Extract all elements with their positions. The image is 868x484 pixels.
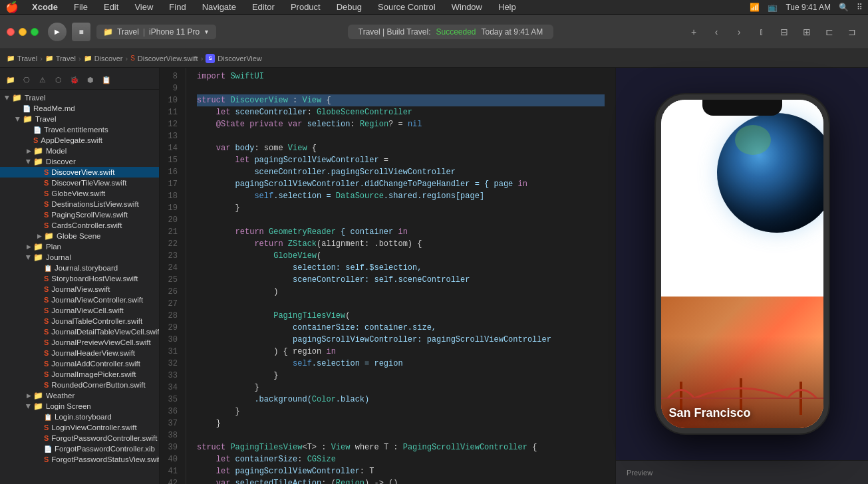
- line-number: 20: [165, 214, 178, 226]
- sidebar-item-label: Weather: [46, 392, 74, 400]
- breadcrumb-item-struct[interactable]: S DiscoverView: [206, 54, 261, 63]
- sidebar-item-discovertileview[interactable]: ▶ S DiscoverTileView.swift: [0, 178, 159, 188]
- sidebar-source-btn[interactable]: ⎔: [20, 73, 33, 86]
- sidebar-item-forgotpwxib[interactable]: ▶ 📄 ForgotPasswordController.xib: [0, 443, 159, 454]
- sidebar-item-plan[interactable]: ▶ 📁 Plan: [0, 241, 159, 252]
- menu-help[interactable]: Help: [496, 2, 519, 12]
- sidebar-item-globescene[interactable]: ▶ 📁 Globe Scene: [0, 231, 159, 241]
- sidebar-item-pagingscroll[interactable]: ▶ S PagingScrollView.swift: [0, 209, 159, 220]
- sidebar-breakpoint-btn[interactable]: ⬢: [84, 73, 97, 86]
- control-strip-icon[interactable]: ⠿: [857, 3, 863, 12]
- menu-source-control[interactable]: Source Control: [375, 2, 438, 12]
- sidebar-debug-btn[interactable]: 🐞: [68, 73, 81, 86]
- sidebar-item-readme[interactable]: ▶ 📄 ReadMe.md: [0, 103, 159, 114]
- menu-debug[interactable]: Debug: [334, 2, 364, 12]
- sidebar-item-storyboardhost[interactable]: ▶ S StoryboardHostView.swift: [0, 273, 159, 284]
- sidebar-item-entitlements[interactable]: ▶ 📄 Travel.entitlements: [0, 124, 159, 135]
- menu-window[interactable]: Window: [449, 2, 485, 12]
- line-number: 38: [165, 429, 178, 441]
- swift-icon: S: [44, 338, 49, 346]
- code-editor[interactable]: 8910111213141516171819202122232425262728…: [160, 68, 615, 484]
- menu-find[interactable]: Find: [166, 2, 188, 12]
- sidebar-item-weather[interactable]: ▶ 📁 Weather: [0, 390, 159, 401]
- sidebar-toggle-button[interactable]: ⊏: [820, 23, 839, 41]
- maximize-button[interactable]: [31, 28, 39, 36]
- menu-editor[interactable]: Editor: [249, 2, 277, 12]
- sidebar-item-cardscontroller[interactable]: ▶ S CardsController.swift: [0, 220, 159, 231]
- sidebar-item-travel-folder[interactable]: ▶ 📁 Travel: [0, 114, 159, 124]
- code-line: let sceneController: GlobeSceneControlle…: [197, 106, 605, 118]
- stop-button[interactable]: ■: [72, 23, 90, 41]
- sidebar-item-root[interactable]: ▶ 📁 Travel: [0, 92, 159, 103]
- sidebar-item-journaldetail[interactable]: ▶ S JournalDetailTableViewCell.swift: [0, 326, 159, 337]
- inspector-button[interactable]: ⊟: [775, 23, 794, 41]
- sidebar-item-journaltable[interactable]: ▶ S JounalTableController.swift: [0, 316, 159, 326]
- sidebar-item-label: PagingScrollView.swift: [51, 211, 128, 219]
- swift-icon: S: [44, 275, 49, 283]
- breadcrumb-item-travel-root[interactable]: 📁 Travel: [7, 55, 37, 62]
- sidebar-item-journalimagepicker[interactable]: ▶ S JournalImagePicker.swift: [0, 369, 159, 380]
- search-icon[interactable]: 🔍: [839, 3, 849, 12]
- sidebar-item-globeview[interactable]: ▶ S GlobeView.swift: [0, 188, 159, 199]
- code-line: .background(Color.black): [197, 394, 605, 406]
- code-line: ): [197, 286, 605, 298]
- sidebar-item-journalviewcontroller[interactable]: ▶ S JournalViewController.swift: [0, 295, 159, 305]
- sidebar-item-destinationslist[interactable]: ▶ S DestinationsListView.swift: [0, 199, 159, 209]
- sidebar-item-appdelegate[interactable]: ▶ S AppDelegate.swift: [0, 135, 159, 146]
- close-button[interactable]: [7, 28, 15, 36]
- menu-xcode[interactable]: Xcode: [29, 2, 61, 12]
- sidebar-item-journalheader[interactable]: ▶ S JournalHeaderView.swift: [0, 348, 159, 358]
- sidebar-item-journalviewcell[interactable]: ▶ S JournalViewCell.swift: [0, 305, 159, 316]
- sidebar-item-journal-storyboard[interactable]: ▶ 📋 Journal.storyboard: [0, 263, 159, 273]
- sidebar-item-forgotpwstatus[interactable]: ▶ S ForgotPasswordStatusView.swift: [0, 454, 159, 465]
- sidebar-item-discoverview[interactable]: ▶ S DiscoverView.swift: [0, 167, 159, 178]
- code-token: return: [197, 227, 264, 237]
- add-button[interactable]: +: [684, 23, 703, 41]
- menu-edit[interactable]: Edit: [101, 2, 121, 12]
- sidebar-item-discover-folder[interactable]: ▶ 📁 Discover: [0, 156, 159, 167]
- code-token: page: [494, 180, 513, 189]
- sidebar-warning-btn[interactable]: ⚠: [36, 73, 49, 86]
- layout-button[interactable]: ⊞: [797, 23, 816, 41]
- line-number: 23: [165, 250, 178, 262]
- sidebar-item-roundedcorner[interactable]: ▶ S RoundedCornerButton.swift: [0, 380, 159, 390]
- sidebar-test-btn[interactable]: ⬡: [52, 73, 65, 86]
- code-line: containerSize: container.size,: [197, 322, 605, 334]
- code-content[interactable]: import SwiftUI struct DiscoverView : Vie…: [186, 68, 615, 484]
- breadcrumb-item-discover[interactable]: 📁 Discover: [84, 55, 123, 62]
- inspector-toggle-button[interactable]: ⊐: [843, 23, 861, 41]
- sidebar-item-journal-folder[interactable]: ▶ 📁 Journal: [0, 252, 159, 263]
- menu-view[interactable]: View: [132, 2, 156, 12]
- breadcrumb-item-travel[interactable]: 📁 Travel: [45, 55, 76, 62]
- run-button[interactable]: ▶: [48, 23, 67, 41]
- sidebar-item-login-storyboard[interactable]: ▶ 📋 Login.storyboard: [0, 412, 159, 422]
- sidebar-item-loginvc[interactable]: ▶ S LoginViewController.swift: [0, 422, 159, 433]
- line-number: 41: [165, 465, 178, 477]
- code-token: .selection =: [273, 191, 336, 201]
- split-editor-button[interactable]: ⫿: [752, 23, 771, 41]
- menu-navigate[interactable]: Navigate: [200, 2, 239, 12]
- sidebar-report-btn[interactable]: 📋: [100, 73, 113, 86]
- sidebar-item-journaladd[interactable]: ▶ S JournalAddController.swift: [0, 358, 159, 369]
- breadcrumb-item-file[interactable]: S DiscoverView.swift: [130, 55, 198, 62]
- forward-button[interactable]: ›: [730, 23, 748, 41]
- sidebar-folder-btn[interactable]: 📁: [4, 73, 17, 86]
- sidebar-item-label: ReadMe.md: [33, 104, 75, 112]
- sidebar-item-model[interactable]: ▶ 📁 Model: [0, 146, 159, 156]
- sidebar-item-journalview[interactable]: ▶ S JournalView.swift: [0, 284, 159, 295]
- sidebar-item-loginscreen[interactable]: ▶ 📁 Login Screen: [0, 401, 159, 412]
- sidebar-item-forgotpwvc[interactable]: ▶ S ForgotPasswordController.swift: [0, 433, 159, 443]
- menu-product[interactable]: Product: [288, 2, 323, 12]
- entitlements-icon: 📄: [33, 126, 41, 134]
- minimize-button[interactable]: [19, 28, 27, 36]
- device-frame: San Francisco: [656, 94, 829, 433]
- line-number: 36: [165, 406, 178, 418]
- folder-travel-icon: 📁: [23, 114, 33, 124]
- swift-icon: S: [44, 306, 49, 314]
- scheme-selector[interactable]: 📁 Travel | iPhone 11 Pro ▼: [96, 24, 217, 40]
- menu-file[interactable]: File: [71, 2, 90, 12]
- apple-menu[interactable]: 🍎: [5, 1, 19, 13]
- sidebar-item-journalpreview[interactable]: ▶ S JournalPreviewViewCell.swift: [0, 337, 159, 348]
- device-screen: San Francisco: [661, 100, 823, 428]
- back-button[interactable]: ‹: [707, 23, 726, 41]
